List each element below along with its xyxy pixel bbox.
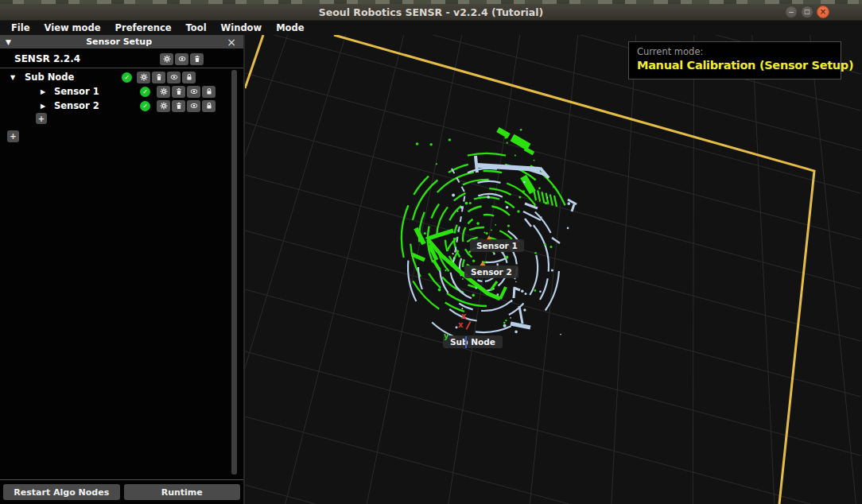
- axis-z-line: [465, 336, 467, 348]
- trash-icon: [175, 102, 183, 110]
- root-actions: [160, 53, 204, 65]
- menu-preference[interactable]: Preference: [108, 22, 179, 33]
- sub-node-3d-label: Sub Node: [443, 335, 503, 348]
- visibility-button[interactable]: [187, 100, 200, 112]
- menu-file[interactable]: File: [4, 22, 37, 33]
- menu-tool[interactable]: Tool: [179, 22, 214, 33]
- trash-icon: [193, 55, 201, 63]
- sensor-tree: SENSR 2.2.4 ▼ Sub Node ✓: [0, 48, 243, 479]
- eye-icon: [190, 102, 198, 110]
- gear-icon: [140, 73, 148, 81]
- root-label: SENSR 2.2.4: [14, 53, 80, 64]
- sensor-1-actions: [157, 86, 216, 98]
- panel-header: ▼ Sensor Setup ×: [0, 35, 243, 48]
- sensor-setup-panel: ▼ Sensor Setup × SENSR 2.2.4 ▼ Sub Node: [0, 35, 245, 504]
- settings-button[interactable]: [157, 100, 170, 112]
- gear-icon: [160, 102, 168, 110]
- tree-row-sensor-2[interactable]: ▶ Sensor 2 ✓: [0, 99, 243, 113]
- tree-row-sub-node[interactable]: ▼ Sub Node ✓: [0, 70, 243, 84]
- eye-icon: [190, 87, 198, 95]
- delete-button[interactable]: [172, 100, 185, 112]
- visibility-button[interactable]: [175, 53, 188, 65]
- close-icon: ×: [820, 8, 826, 16]
- eye-icon: [178, 55, 186, 63]
- menu-view-mode[interactable]: View mode: [37, 22, 108, 33]
- tree-row-sensor-1[interactable]: ▶ Sensor 1 ✓: [0, 84, 243, 99]
- maximize-icon: □: [804, 9, 810, 15]
- panel-close-icon[interactable]: ×: [227, 37, 236, 48]
- gear-icon: [163, 55, 171, 63]
- visibility-button[interactable]: [167, 72, 181, 83]
- delete-button[interactable]: [190, 53, 204, 65]
- sensor-2-3d-label: Sensor 2: [464, 266, 518, 278]
- mode-value: Manual Calibration (Sensor Setup): [637, 59, 833, 72]
- title-bar[interactable]: Seoul Robotics SENSR - v2.2.4 (Tutorial)…: [0, 4, 862, 21]
- minimize-button[interactable]: −: [785, 6, 798, 18]
- lock-button[interactable]: [202, 86, 216, 98]
- add-sensor-button[interactable]: +: [36, 113, 47, 124]
- expand-arrow-icon[interactable]: ▶: [41, 88, 45, 95]
- panel-title: Sensor Setup: [11, 37, 227, 47]
- plus-icon: +: [38, 114, 45, 123]
- settings-button[interactable]: [157, 86, 170, 98]
- eye-icon: [170, 73, 178, 81]
- lock-icon: [205, 87, 213, 95]
- sensor-2-actions: [157, 100, 216, 112]
- visibility-button[interactable]: [187, 86, 200, 98]
- lock-button[interactable]: [182, 72, 196, 83]
- panel-collapse-icon[interactable]: ▼: [6, 38, 11, 46]
- delete-button[interactable]: [172, 86, 185, 98]
- panel-scrollbar[interactable]: [231, 70, 237, 475]
- axis-y-glyph: y: [444, 332, 449, 340]
- maximize-button[interactable]: □: [801, 6, 813, 18]
- plus-icon: +: [10, 132, 16, 141]
- point-cloud-scene: [245, 35, 860, 504]
- restart-algo-nodes-button[interactable]: Restart Algo Nodes: [3, 484, 120, 500]
- status-ok-icon: ✓: [122, 72, 132, 83]
- runtime-button[interactable]: Runtime: [124, 484, 241, 500]
- sub-node-actions: [137, 72, 196, 83]
- close-button[interactable]: ×: [817, 6, 829, 18]
- sensor-1-label: Sensor 1: [54, 86, 99, 97]
- collapse-arrow-icon[interactable]: ▼: [10, 74, 15, 81]
- gear-icon: [160, 87, 168, 95]
- menu-window[interactable]: Window: [214, 22, 270, 33]
- add-node-button[interactable]: +: [7, 130, 19, 142]
- lock-icon: [185, 73, 193, 81]
- expand-arrow-icon[interactable]: ▶: [41, 103, 45, 110]
- sensor-2-label: Sensor 2: [54, 100, 99, 111]
- status-ok-icon: ✓: [140, 87, 150, 97]
- panel-footer: Restart Algo Nodes Runtime: [0, 479, 243, 504]
- tree-divider: [0, 68, 243, 68]
- trash-icon: [175, 87, 183, 95]
- 3d-viewport[interactable]: Current mode: Manual Calibration (Sensor…: [245, 35, 862, 504]
- delete-button[interactable]: [152, 72, 165, 83]
- window-title: Seoul Robotics SENSR - v2.2.4 (Tutorial): [0, 6, 862, 18]
- lock-button[interactable]: [202, 100, 216, 112]
- status-ok-icon: ✓: [140, 101, 150, 111]
- menu-bar: File View mode Preference Tool Window Mo…: [0, 21, 862, 35]
- sub-node-label: Sub Node: [25, 72, 74, 83]
- settings-button[interactable]: [137, 72, 150, 83]
- trash-icon: [155, 73, 163, 81]
- tree-row-root[interactable]: SENSR 2.2.4: [0, 51, 243, 67]
- sensor-1-3d-label: Sensor 1: [470, 239, 524, 252]
- menu-mode[interactable]: Mode: [269, 22, 311, 33]
- minimize-icon: −: [788, 9, 794, 16]
- lock-icon: [205, 102, 213, 110]
- application-window: Seoul Robotics SENSR - v2.2.4 (Tutorial)…: [0, 0, 862, 504]
- window-controls: − □ ×: [785, 6, 829, 18]
- settings-button[interactable]: [160, 53, 173, 65]
- current-mode-overlay: Current mode: Manual Calibration (Sensor…: [628, 41, 841, 79]
- axis-x-glyph: x: [461, 312, 466, 320]
- axis-x-glyph: x: [458, 321, 463, 329]
- mode-caption: Current mode:: [637, 46, 833, 57]
